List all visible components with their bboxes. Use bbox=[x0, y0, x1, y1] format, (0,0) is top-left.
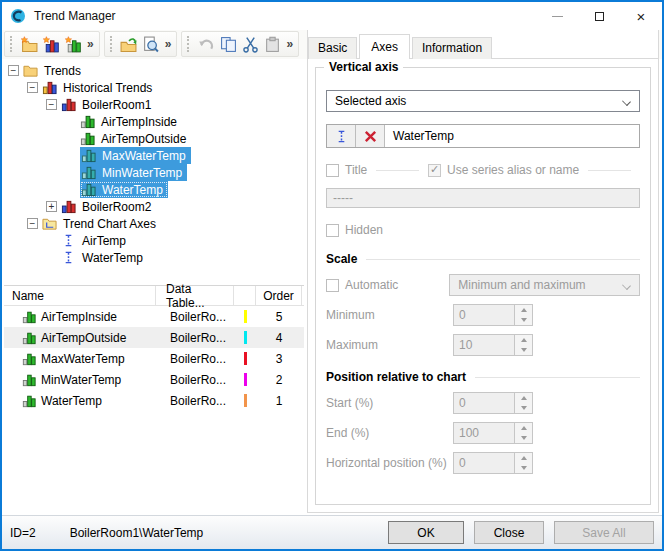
tree-item-boilerroom2[interactable]: + BoilerRoom2 bbox=[4, 198, 304, 215]
tree-item-minwatertemp[interactable]: MinWaterTemp bbox=[4, 164, 304, 181]
cut-icon bbox=[242, 36, 259, 53]
end-row: End (%) 100 bbox=[326, 422, 640, 444]
tab-basic[interactable]: Basic bbox=[308, 37, 357, 59]
tab-information[interactable]: Information bbox=[412, 37, 492, 59]
toolbar-grip[interactable] bbox=[187, 36, 190, 52]
new-series-button[interactable] bbox=[62, 33, 84, 55]
series-color-swatch bbox=[244, 394, 247, 407]
minimize-button[interactable] bbox=[536, 2, 578, 30]
undo-icon bbox=[198, 36, 215, 53]
tree-item-airtemp-axis[interactable]: AirTemp bbox=[4, 232, 304, 249]
ok-button[interactable]: OK bbox=[388, 521, 464, 544]
toolbar-group-file: » bbox=[104, 31, 178, 57]
copy-button[interactable] bbox=[217, 33, 239, 55]
maximize-button[interactable] bbox=[578, 2, 620, 30]
tree-item-trends[interactable]: − Trends bbox=[4, 62, 304, 79]
axes-folder-icon bbox=[42, 216, 57, 231]
axis-delete-button[interactable] bbox=[356, 125, 385, 147]
new-folder-button[interactable] bbox=[18, 33, 40, 55]
collapse-icon[interactable]: − bbox=[8, 65, 19, 76]
title-checkbox-label: Title bbox=[345, 163, 367, 177]
spinner-down-icon bbox=[515, 315, 532, 325]
toolbar-overflow-icon[interactable]: » bbox=[286, 37, 293, 51]
axis-selector-combobox[interactable]: Selected axis bbox=[326, 90, 640, 112]
chart-green-icon bbox=[22, 331, 36, 345]
expand-icon[interactable]: + bbox=[46, 201, 57, 212]
table-row[interactable]: AirTempInside BoilerRo... 5 bbox=[4, 306, 304, 327]
cut-button[interactable] bbox=[239, 33, 261, 55]
print-preview-button[interactable] bbox=[140, 33, 162, 55]
delete-x-icon bbox=[363, 129, 378, 144]
tree-item-maxwatertemp[interactable]: MaxWaterTemp bbox=[4, 147, 304, 164]
tree-item-airtempinside[interactable]: AirTempInside bbox=[4, 113, 304, 130]
tab-axes[interactable]: Axes bbox=[359, 34, 410, 59]
column-header-order[interactable]: Order bbox=[256, 286, 302, 305]
spinner-down-icon bbox=[515, 463, 532, 473]
toolbar-overflow-icon[interactable]: » bbox=[165, 37, 172, 51]
tree-item-watertemp[interactable]: WaterTemp bbox=[4, 181, 304, 198]
app-logo-icon bbox=[10, 8, 26, 24]
hidden-row: Hidden bbox=[326, 222, 640, 238]
tree-item-airtempoutside[interactable]: AirTempOutside bbox=[4, 130, 304, 147]
new-series-icon bbox=[65, 36, 82, 53]
close-dialog-button[interactable]: Close bbox=[474, 521, 544, 544]
toolbar-grip[interactable] bbox=[110, 36, 113, 52]
automatic-checkbox bbox=[326, 279, 339, 292]
spinner-down-icon bbox=[515, 403, 532, 413]
tree-item-watertemp-axis[interactable]: WaterTemp bbox=[4, 249, 304, 266]
chart-green-icon bbox=[22, 394, 36, 408]
chart-green-icon bbox=[80, 131, 95, 146]
spinner-down-icon bbox=[515, 433, 532, 443]
tree-item-historical-trends[interactable]: − Historical Trends bbox=[4, 79, 304, 96]
toolbar-overflow-icon[interactable]: » bbox=[87, 37, 94, 51]
tree-item-boilerroom1[interactable]: − BoilerRoom1 bbox=[4, 96, 304, 113]
chart-green-icon bbox=[22, 373, 36, 387]
open-import-button[interactable] bbox=[118, 33, 140, 55]
title-checkbox bbox=[326, 164, 339, 177]
chart-teal-icon bbox=[81, 165, 96, 180]
new-trend-icon bbox=[43, 36, 60, 53]
toolbar: » » » bbox=[4, 31, 303, 57]
automatic-row: Automatic Minimum and maximum bbox=[326, 274, 640, 296]
end-spinner: 100 bbox=[453, 422, 533, 444]
close-button[interactable]: × bbox=[620, 2, 662, 30]
table-row[interactable]: MaxWaterTemp BoilerRo... 3 bbox=[4, 348, 304, 369]
collapse-icon[interactable]: − bbox=[46, 99, 57, 110]
table-row[interactable]: MinWaterTemp BoilerRo... 2 bbox=[4, 369, 304, 390]
position-section-header: Position relative to chart bbox=[326, 370, 640, 384]
horizontal-position-spinner: 0 bbox=[453, 452, 533, 474]
new-trend-button[interactable] bbox=[40, 33, 62, 55]
toolbar-grip[interactable] bbox=[10, 36, 13, 52]
column-header-data-table[interactable]: Data Table... bbox=[156, 286, 234, 305]
collapse-icon[interactable]: − bbox=[27, 82, 38, 93]
tab-strip: Basic Axes Information bbox=[308, 33, 494, 59]
minimum-spinner: 0 bbox=[453, 304, 533, 326]
tree-item-trend-chart-axes[interactable]: − Trend Chart Axes bbox=[4, 215, 304, 232]
series-table: Name Data Table... Order AirTempInside B… bbox=[4, 285, 304, 513]
axis-name-row: WaterTemp bbox=[326, 124, 640, 148]
column-header-name[interactable]: Name bbox=[4, 286, 156, 305]
maximum-label: Maximum bbox=[326, 338, 453, 352]
axis-name-field[interactable]: WaterTemp bbox=[385, 125, 639, 147]
status-id: ID=2 bbox=[10, 526, 36, 540]
maximum-row: Maximum 10 bbox=[326, 334, 640, 356]
use-alias-label: Use series alias or name bbox=[447, 163, 579, 177]
spinner-up-icon bbox=[515, 423, 532, 433]
minimize-icon bbox=[552, 16, 563, 17]
save-all-button: Save All bbox=[554, 521, 654, 544]
column-header-color[interactable] bbox=[234, 286, 256, 305]
collapse-icon[interactable]: − bbox=[27, 218, 38, 229]
chart-green-icon bbox=[22, 310, 36, 324]
series-color-swatch bbox=[244, 373, 247, 386]
table-row[interactable]: AirTempOutside BoilerRo... 4 bbox=[4, 327, 304, 348]
spinner-down-icon bbox=[515, 345, 532, 355]
trend-manager-window: Trend Manager × » » bbox=[0, 0, 664, 551]
spinner-up-icon bbox=[515, 335, 532, 345]
hidden-checkbox bbox=[326, 224, 339, 237]
use-alias-checkbox bbox=[428, 164, 441, 177]
series-color-swatch bbox=[244, 310, 247, 323]
table-row[interactable]: WaterTemp BoilerRo... 1 bbox=[4, 390, 304, 411]
axis-pick-button[interactable] bbox=[327, 125, 356, 147]
chart-green-icon bbox=[22, 352, 36, 366]
folder-icon bbox=[23, 63, 38, 78]
